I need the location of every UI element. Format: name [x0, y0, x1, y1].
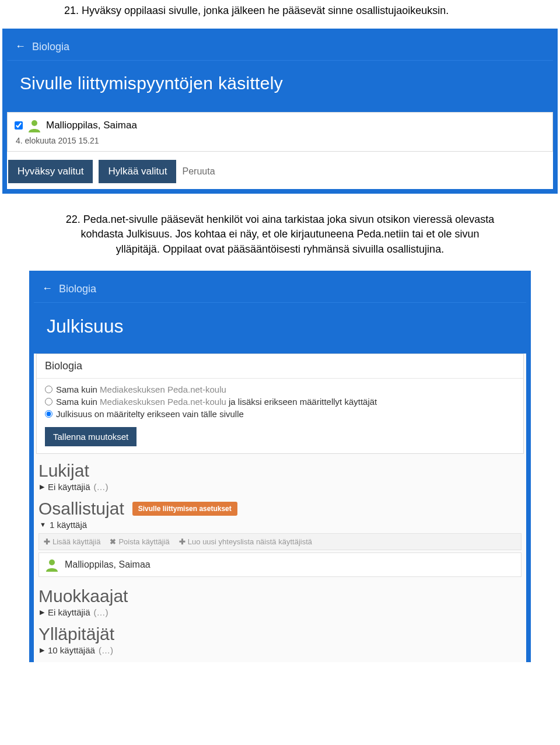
reject-button[interactable]: Hylkää valitut [99, 160, 176, 183]
admins-heading: Ylläpitäjät [36, 621, 524, 644]
screenshot-join-requests: ← Biologia Sivulle liittymispyyntöjen kä… [2, 29, 558, 194]
editors-ellipsis[interactable]: (…) [94, 607, 108, 617]
request-row: Mallioppilas, Saimaa 4. elokuuta 2015 15… [7, 112, 553, 152]
add-users-button[interactable]: ✚Lisää käyttäjiä [44, 537, 100, 546]
radio-2-text: Sama kuin [56, 397, 100, 407]
create-list-button[interactable]: ✚Luo uusi yhteyslista näistä käyttäjistä [179, 537, 312, 546]
breadcrumb-bar: ← Biologia [7, 33, 553, 60]
visibility-card: Biologia Sama kuin Mediakeskuksen Peda.n… [36, 354, 524, 454]
breadcrumb-link[interactable]: Biologia [59, 283, 96, 295]
svg-point-1 [49, 559, 55, 565]
radio-input-1[interactable] [45, 386, 52, 393]
join-settings-pill[interactable]: Sivulle liittymisen asetukset [132, 502, 237, 516]
radio-3-text: Julkisuus on määritelty erikseen vain tä… [56, 409, 244, 419]
avatar-icon [45, 558, 59, 572]
triangle-right-icon: ▶ [40, 608, 44, 616]
breadcrumb-link[interactable]: Biologia [32, 41, 69, 53]
doc-step-22: 22. Peda.net-sivulle pääsevät henkilöt v… [0, 194, 560, 271]
avatar-icon [27, 118, 41, 132]
user-name: Mallioppilas, Saimaa [46, 120, 137, 131]
participants-expand[interactable]: ▼ 1 käyttäjä [36, 519, 524, 533]
participants-heading-text: Osallistujat [38, 499, 124, 519]
editors-expand[interactable]: ▶ Ei käyttäjiä (…) [36, 606, 524, 621]
panel-title: Sivulle liittymispyyntöjen käsittely [7, 60, 553, 112]
participants-count: 1 käyttäjä [50, 520, 87, 530]
admins-count: 10 käyttäjää [48, 645, 95, 655]
doc-step-21: 21. Hyväksy oppilaasi sivulle, jonka jäl… [0, 0, 560, 29]
radio-option-2[interactable]: Sama kuin Mediakeskuksen Peda.net-koulu … [45, 397, 515, 407]
triangle-right-icon: ▶ [40, 646, 44, 654]
radio-1-schoollink[interactable]: Mediakeskuksen Peda.net-koulu [100, 384, 226, 394]
radio-option-3[interactable]: Julkisuus on määritelty erikseen vain tä… [45, 409, 515, 419]
admins-expand[interactable]: ▶ 10 käyttäjää (…) [36, 644, 524, 659]
back-arrow-icon[interactable]: ← [42, 282, 52, 294]
radio-2-suffix: ja lisäksi erikseen määrittellyt käyttäj… [226, 397, 377, 407]
radio-2-schoollink[interactable]: Mediakeskuksen Peda.net-koulu [100, 397, 226, 407]
participant-row[interactable]: Mallioppilas, Saimaa [38, 552, 522, 577]
radio-option-1[interactable]: Sama kuin Mediakeskuksen Peda.net-koulu [45, 384, 515, 394]
readers-expand[interactable]: ▶ Ei käyttäjiä (…) [36, 481, 524, 495]
triangle-down-icon: ▼ [40, 521, 46, 528]
back-arrow-icon[interactable]: ← [15, 40, 26, 52]
participant-user-name: Mallioppilas, Saimaa [65, 559, 150, 570]
select-user-checkbox[interactable] [15, 121, 23, 130]
radio-input-2[interactable] [45, 398, 52, 405]
svg-point-0 [32, 120, 37, 126]
readers-count: Ei käyttäjiä [48, 482, 90, 492]
triangle-right-icon: ▶ [40, 483, 44, 491]
remove-users-button[interactable]: ✖Poista käyttäjiä [110, 537, 169, 546]
x-icon: ✖ [110, 537, 116, 546]
action-row: Hyväksy valitut Hylkää valitut Peruuta [7, 152, 553, 189]
radio-input-3[interactable] [45, 410, 52, 418]
plus-icon: ✚ [179, 537, 186, 546]
editors-heading: Muokkaajat [36, 583, 524, 606]
readers-heading: Lukijat [36, 457, 524, 481]
user-toolbar: ✚Lisää käyttäjiä ✖Poista käyttäjiä ✚Luo … [38, 533, 522, 550]
plus-icon: ✚ [44, 537, 50, 546]
accept-button[interactable]: Hyväksy valitut [8, 160, 93, 183]
breadcrumb-bar-2: ← Biologia [34, 275, 526, 302]
cancel-link[interactable]: Peruuta [182, 166, 215, 177]
admins-ellipsis[interactable]: (…) [99, 645, 113, 655]
request-date: 4. elokuuta 2015 15.21 [16, 136, 545, 145]
visibility-card-title: Biologia [37, 354, 523, 379]
readers-ellipsis[interactable]: (…) [94, 482, 108, 492]
save-button[interactable]: Tallenna muutokset [45, 427, 136, 446]
radio-1-text: Sama kuin [56, 384, 100, 394]
participants-heading: Osallistujat Sivulle liittymisen asetuks… [36, 495, 524, 519]
screenshot-visibility: ← Biologia Julkisuus Biologia Sama kuin … [29, 271, 531, 662]
editors-count: Ei käyttäjiä [48, 607, 90, 617]
panel-title-2: Julkisuus [34, 302, 526, 354]
